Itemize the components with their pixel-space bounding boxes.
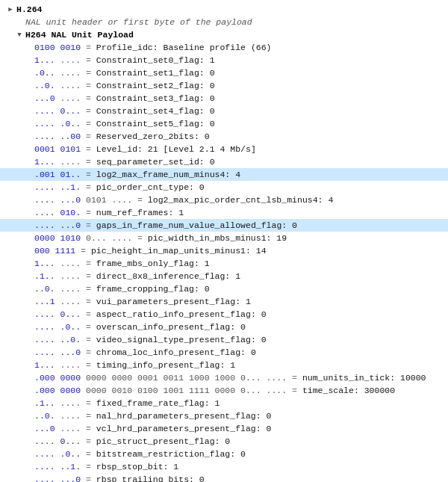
row-label: 1... .... = Constraint_set0_flag: 1 bbox=[33, 55, 215, 65]
toggle-icon[interactable] bbox=[6, 5, 15, 14]
row-label: .... 0... = pic_struct_present_flag: 0 bbox=[33, 436, 230, 446]
tree-row[interactable]: .... 010. = num_ref_frames: 1 bbox=[0, 206, 448, 219]
row-label: .... .0.. = overscan_info_present_flag: … bbox=[33, 322, 246, 332]
tree-row[interactable]: 1... .... = Constraint_set0_flag: 1 bbox=[0, 54, 448, 67]
row-label: 1... .... = timing_info_present_flag: 1 bbox=[33, 360, 235, 370]
tree-row[interactable]: 1... .... = timing_info_present_flag: 1 bbox=[0, 359, 448, 371]
packet-tree: H.264 NAL unit header or first byte of t… bbox=[0, 0, 448, 482]
row-label: .... .0.. = Constraint_set5_flag: 0 bbox=[33, 119, 215, 129]
toggle-icon[interactable] bbox=[15, 31, 24, 40]
tree-row[interactable]: .... ...0 0101 .... = log2_max_pic_order… bbox=[0, 194, 448, 206]
row-label: .... ..0. = video_signal_type_present_fl… bbox=[33, 335, 267, 344]
tree-row[interactable]: ..0. .... = frame_cropping_flag: 0 bbox=[0, 282, 448, 295]
tree-row[interactable]: .... .0.. = overscan_info_present_flag: … bbox=[0, 321, 448, 333]
row-label: .001 01.. = log2_max_frame_num_minus4: 4 bbox=[33, 170, 240, 179]
tree-row[interactable]: .... 0... = aspect_ratio_info_present_fl… bbox=[0, 308, 448, 321]
row-label: .... ...0 = chroma_loc_info_present_flag… bbox=[33, 347, 256, 357]
tree-row[interactable]: ...1 .... = vui_parameters_present_flag:… bbox=[0, 295, 448, 308]
tree-row[interactable]: 1... .... = seq_parameter_set_id: 0 bbox=[0, 155, 448, 168]
tree-row[interactable]: ...0 .... = vcl_hrd_parameters_present_f… bbox=[0, 422, 448, 435]
row-label: ...1 .... = vui_parameters_present_flag:… bbox=[33, 297, 251, 306]
row-label: ..0. .... = frame_cropping_flag: 0 bbox=[33, 284, 210, 294]
row-label: ...0 .... = vcl_hrd_parameters_present_f… bbox=[33, 424, 271, 433]
tree-row[interactable]: .... ..00 = Reserved_zero_2bits: 0 bbox=[0, 130, 448, 143]
tree-row[interactable]: .... ...0 = chroma_loc_info_present_flag… bbox=[0, 346, 448, 359]
tree-row[interactable]: .... ...0 = rbsp_trailing_bits: 0 bbox=[0, 473, 448, 482]
tree-row[interactable]: .... ..1. = pic_order_cnt_type: 0 bbox=[0, 181, 448, 194]
row-label: 000 1111 = pic_height_in_map_units_minus… bbox=[33, 246, 267, 256]
tree-row[interactable]: .... 0... = pic_struct_present_flag: 0 bbox=[0, 435, 448, 448]
tree-row[interactable]: H264 NAL Unit Payload bbox=[0, 28, 448, 41]
row-label: .... ...0 = rbsp_trailing_bits: 0 bbox=[33, 475, 205, 482]
row-label: 0100 0010 = Profile_idc: Baseline profil… bbox=[33, 43, 271, 52]
row-label: ...0 .... = Constraint_set3_flag: 0 bbox=[33, 93, 215, 103]
tree-row[interactable]: .1.. .... = direct_8x8_inference_flag: 1 bbox=[0, 270, 448, 282]
row-label: .... ...0 = gaps_in_frame_num_value_allo… bbox=[33, 220, 297, 230]
tree-row[interactable]: .001 01.. = log2_max_frame_num_minus4: 4 bbox=[0, 168, 448, 181]
row-label: .... ..1. = rbsp_stop_bit: 1 bbox=[33, 462, 178, 472]
row-label: NAL unit header or first byte of the pay… bbox=[24, 17, 252, 27]
row-label: .... 0... = Constraint_set4_flag: 0 bbox=[33, 106, 215, 116]
tree-row[interactable]: .... 0... = Constraint_set4_flag: 0 bbox=[0, 105, 448, 117]
row-label: .... ...0 0101 .... = log2_max_pic_order… bbox=[33, 195, 333, 205]
row-label: ..0. .... = Constraint_set2_flag: 0 bbox=[33, 81, 215, 90]
tree-row[interactable]: .000 0000 0000 0000 0001 0011 1000 1000 … bbox=[0, 371, 448, 384]
tree-row[interactable]: .0.. .... = Constraint_set1_flag: 0 bbox=[0, 67, 448, 79]
row-label: .... ..00 = Reserved_zero_2bits: 0 bbox=[33, 132, 210, 141]
row-label: .0.. .... = Constraint_set1_flag: 0 bbox=[33, 68, 215, 78]
tree-row[interactable]: .... .0.. = Constraint_set5_flag: 0 bbox=[0, 117, 448, 130]
tree-row[interactable]: .1.. .... = fixed_frame_rate_flag: 1 bbox=[0, 397, 448, 410]
tree-row[interactable]: NAL unit header or first byte of the pay… bbox=[0, 16, 448, 28]
row-label: H264 NAL Unit Payload bbox=[24, 30, 134, 40]
row-label: ..0. .... = nal_hrd_parameters_present_f… bbox=[33, 411, 271, 421]
row-label: .1.. .... = fixed_frame_rate_flag: 1 bbox=[33, 398, 220, 408]
tree-row[interactable]: ..0. .... = Constraint_set2_flag: 0 bbox=[0, 79, 448, 92]
tree-row[interactable]: .... .0.. = bitstream_restriction_flag: … bbox=[0, 448, 448, 460]
row-label: .... .0.. = bitstream_restriction_flag: … bbox=[33, 449, 246, 459]
row-label: 0000 1010 0... .... = pic_width_in_mbs_m… bbox=[33, 233, 287, 243]
row-label: .... ..1. = pic_order_cnt_type: 0 bbox=[33, 182, 205, 192]
row-label: .... 0... = aspect_ratio_info_present_fl… bbox=[33, 309, 267, 319]
row-label: 1... .... = frame_mbs_only_flag: 1 bbox=[33, 259, 210, 268]
tree-row[interactable]: .... ..0. = video_signal_type_present_fl… bbox=[0, 333, 448, 346]
row-label: .... 010. = num_ref_frames: 1 bbox=[33, 208, 184, 217]
tree-row[interactable]: .... ...0 = gaps_in_frame_num_value_allo… bbox=[0, 219, 448, 232]
tree-row[interactable]: 0000 1010 0... .... = pic_width_in_mbs_m… bbox=[0, 232, 448, 244]
tree-row[interactable]: 1... .... = frame_mbs_only_flag: 1 bbox=[0, 257, 448, 270]
row-label: 0001 0101 = Level_id: 21 [Level 2.1 4 Mb… bbox=[33, 144, 256, 154]
row-label: .000 0000 0000 0010 0100 1001 1111 0000 … bbox=[33, 386, 395, 395]
row-label: .000 0000 0000 0000 0001 0011 1000 1000 … bbox=[33, 373, 426, 383]
tree-row[interactable]: 0100 0010 = Profile_idc: Baseline profil… bbox=[0, 41, 448, 54]
tree-row[interactable]: ..0. .... = nal_hrd_parameters_present_f… bbox=[0, 410, 448, 422]
tree-row[interactable]: 0001 0101 = Level_id: 21 [Level 2.1 4 Mb… bbox=[0, 143, 448, 155]
row-label: .1.. .... = direct_8x8_inference_flag: 1 bbox=[33, 271, 240, 281]
tree-row[interactable]: .000 0000 0000 0010 0100 1001 1111 0000 … bbox=[0, 384, 448, 397]
row-label: 1... .... = seq_parameter_set_id: 0 bbox=[33, 157, 215, 167]
tree-row[interactable]: ...0 .... = Constraint_set3_flag: 0 bbox=[0, 92, 448, 105]
tree-row[interactable]: 000 1111 = pic_height_in_map_units_minus… bbox=[0, 244, 448, 257]
row-label: H.264 bbox=[15, 4, 43, 14]
tree-row[interactable]: H.264 bbox=[0, 3, 448, 16]
tree-row[interactable]: .... ..1. = rbsp_stop_bit: 1 bbox=[0, 460, 448, 473]
